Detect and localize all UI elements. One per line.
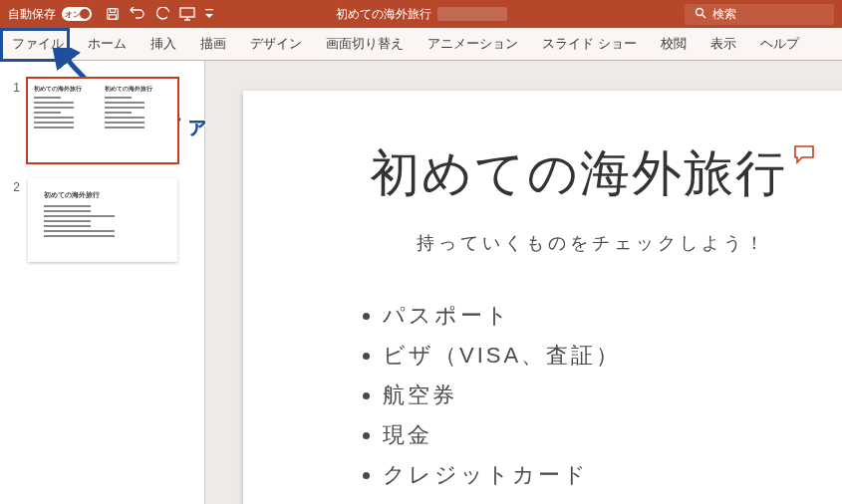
thumb-number: 2: [6, 178, 20, 194]
thumb-mini-title: 初めての海外旅行: [44, 190, 161, 200]
list-item[interactable]: 航空券: [383, 380, 842, 410]
tab-insert[interactable]: 挿入: [139, 28, 188, 60]
thumbnail-slide-2[interactable]: 初めての海外旅行: [28, 178, 177, 262]
tab-design[interactable]: デザイン: [238, 28, 314, 60]
svg-rect-3: [180, 8, 194, 17]
tab-home[interactable]: ホーム: [76, 28, 139, 60]
svg-line-7: [702, 15, 705, 18]
tab-review[interactable]: 校閲: [649, 28, 699, 60]
present-icon[interactable]: [179, 7, 195, 21]
search-placeholder: 検索: [712, 6, 736, 23]
tab-help[interactable]: ヘルプ: [748, 28, 811, 60]
list-item[interactable]: クレジットカード: [383, 460, 842, 490]
comment-icon[interactable]: [793, 144, 815, 168]
redacted-region: [437, 7, 507, 21]
slide[interactable]: 初めての海外旅行 持っていくものをチェックしよう！ パスポート ビザ（VISA、…: [243, 91, 842, 504]
list-item[interactable]: ビザ（VISA、査証）: [383, 341, 842, 371]
tab-animations[interactable]: アニメーション: [416, 28, 530, 60]
ribbon-tabs: ファイル ホーム 挿入 描画 デザイン 画面切り替え アニメーション スライド …: [0, 28, 842, 61]
list-item[interactable]: パスポート: [383, 301, 842, 331]
save-icon[interactable]: [106, 7, 120, 21]
slide-bullet-list[interactable]: パスポート ビザ（VISA、査証） 航空券 現金 クレジットカード: [253, 301, 842, 490]
tab-draw[interactable]: 描画: [188, 28, 238, 60]
slide-title[interactable]: 初めての海外旅行: [370, 140, 787, 207]
thumb-row-2[interactable]: 2 初めての海外旅行: [0, 174, 204, 274]
svg-marker-5: [205, 14, 213, 18]
thumb-mini-title: 初めての海外旅行: [105, 85, 171, 94]
svg-rect-4: [205, 9, 213, 10]
svg-rect-1: [110, 9, 115, 13]
thumb-row-1[interactable]: 1 初めての海外旅行 初めての海外旅行: [0, 75, 204, 174]
autosave-toggle[interactable]: オン: [62, 7, 92, 21]
qat-dropdown-icon[interactable]: [205, 7, 213, 21]
svg-rect-2: [110, 15, 117, 19]
list-item[interactable]: 現金: [383, 420, 842, 450]
thumbnail-panel: 1 初めての海外旅行 初めての海外旅行: [0, 61, 205, 504]
doc-title-text: 初めての海外旅行: [336, 6, 431, 23]
thumb-number: 1: [6, 79, 20, 95]
svg-point-6: [697, 8, 703, 15]
document-title: 初めての海外旅行: [336, 6, 507, 23]
titlebar: 自動保存 オン 初めての海外旅行 検索: [0, 0, 842, 28]
search-box[interactable]: 検索: [685, 4, 834, 25]
autosave-control[interactable]: 自動保存 オン: [0, 6, 92, 23]
search-icon: [695, 7, 706, 22]
tab-file[interactable]: ファイル: [0, 28, 76, 60]
redo-icon[interactable]: [155, 7, 169, 21]
thumbnail-slide-1[interactable]: 初めての海外旅行 初めての海外旅行: [28, 79, 177, 162]
quick-access-toolbar: [106, 7, 213, 21]
slide-subtitle[interactable]: 持っていくものをチェックしよう！: [253, 231, 842, 255]
thumb-mini-title: 初めての海外旅行: [34, 85, 101, 94]
autosave-label: 自動保存: [8, 6, 56, 23]
tab-slideshow[interactable]: スライド ショー: [530, 28, 649, 60]
workspace: 1 初めての海外旅行 初めての海外旅行: [0, 61, 842, 504]
tab-transitions[interactable]: 画面切り替え: [314, 28, 416, 60]
undo-icon[interactable]: [130, 7, 145, 21]
tab-view[interactable]: 表示: [699, 28, 748, 60]
slide-canvas-area[interactable]: 初めての海外旅行 持っていくものをチェックしよう！ パスポート ビザ（VISA、…: [205, 61, 842, 504]
